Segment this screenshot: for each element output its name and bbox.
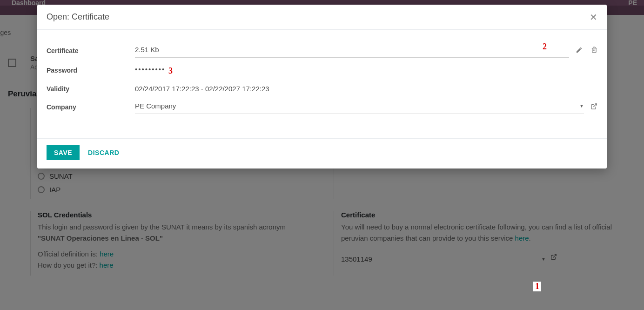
modal-header: Open: Certificate ✕ bbox=[37, 5, 607, 30]
company-label: Company bbox=[47, 103, 135, 111]
annotation-3: 3 bbox=[168, 66, 173, 76]
password-label: Password bbox=[47, 67, 135, 74]
validity-label: Validity bbox=[47, 85, 135, 93]
svg-line-3 bbox=[593, 104, 597, 107]
validity-value: 02/24/2017 17:22:23 - 02/22/2027 17:22:2… bbox=[135, 83, 269, 94]
annotation-1: 1 bbox=[533, 282, 541, 291]
annotation-2: 2 bbox=[543, 42, 547, 52]
external-link-icon[interactable] bbox=[590, 103, 597, 111]
trash-icon[interactable] bbox=[591, 47, 597, 55]
certificate-modal: Open: Certificate ✕ Certificate 2.51 Kb bbox=[37, 5, 607, 168]
certificate-label: Certificate bbox=[47, 47, 135, 54]
modal-body: Certificate 2.51 Kb Password bbox=[37, 30, 607, 138]
save-button[interactable]: SAVE bbox=[47, 145, 80, 160]
pencil-icon[interactable] bbox=[576, 47, 583, 55]
certificate-field[interactable]: 2.51 Kb bbox=[135, 44, 569, 58]
close-icon[interactable]: ✕ bbox=[590, 13, 597, 22]
modal-title: Open: Certificate bbox=[47, 12, 109, 22]
discard-button[interactable]: DISCARD bbox=[88, 149, 119, 156]
password-field[interactable]: ••••••••• bbox=[135, 63, 597, 77]
company-field[interactable]: PE Company ▼ bbox=[135, 100, 584, 114]
caret-down-icon: ▼ bbox=[579, 103, 584, 108]
modal-footer: SAVE DISCARD bbox=[37, 138, 607, 168]
